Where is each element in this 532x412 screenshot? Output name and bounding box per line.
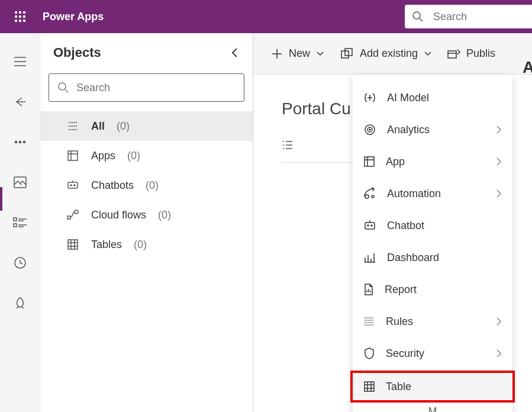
- rail-history[interactable]: [0, 251, 40, 275]
- dd-item-label: Dashboard: [387, 252, 439, 264]
- chatbot-icon: [66, 180, 79, 191]
- analytics-icon: [363, 123, 376, 136]
- new-button-label: New: [289, 47, 310, 60]
- dd-item-label: Analytics: [387, 124, 430, 136]
- dd-item-rules[interactable]: Rules: [353, 305, 512, 337]
- app-launcher-button[interactable]: [8, 11, 32, 22]
- svg-point-2: [19, 141, 21, 143]
- app-icon: [66, 150, 79, 161]
- rail-media[interactable]: [0, 170, 40, 194]
- dd-item-more[interactable]: M: [353, 404, 512, 412]
- rail-selection-indicator: [0, 187, 2, 211]
- dd-item-analytics[interactable]: Analytics: [353, 114, 512, 146]
- main-area: New Add existing Publis Portal Cu A: [253, 33, 532, 412]
- list-detail-icon: [282, 140, 294, 150]
- svg-point-14: [75, 210, 78, 214]
- dd-item-report[interactable]: Report: [353, 273, 512, 305]
- objects-search-input[interactable]: [76, 82, 236, 94]
- svg-point-8: [59, 83, 66, 90]
- dd-more-label: M: [428, 405, 437, 413]
- objects-item-count: (0): [146, 179, 159, 192]
- svg-point-21: [369, 129, 370, 130]
- dd-item-aimodel[interactable]: AI Model: [353, 82, 512, 114]
- rail-hamburger[interactable]: [0, 50, 40, 73]
- new-dropdown-menu: AI Model Analytics App Automation Chatbo…: [353, 75, 512, 412]
- objects-item-count: (0): [127, 150, 140, 162]
- dd-item-table[interactable]: Table: [350, 371, 515, 403]
- search-icon: [412, 11, 424, 22]
- svg-point-23: [365, 195, 369, 198]
- app-header: Power Apps: [0, 0, 532, 33]
- svg-point-24: [372, 195, 374, 198]
- svg-point-27: [371, 225, 372, 226]
- table-icon: [363, 381, 375, 392]
- all-icon: [66, 121, 79, 131]
- publish-label: Publis: [466, 47, 495, 60]
- search-icon: [57, 82, 69, 94]
- back-arrow-icon: [14, 96, 27, 107]
- objects-item-cloudflows[interactable]: Cloud flows (0): [40, 200, 253, 230]
- chevron-right-icon: [496, 157, 502, 166]
- svg-rect-25: [365, 223, 375, 229]
- dd-item-label: Automation: [387, 188, 441, 200]
- objects-item-all[interactable]: All (0): [40, 111, 253, 141]
- svg-rect-5: [14, 218, 17, 221]
- publish-icon: [447, 49, 460, 59]
- objects-item-count: (0): [117, 120, 130, 133]
- rail-list[interactable]: [0, 211, 40, 234]
- collapse-panel-button[interactable]: [230, 46, 240, 59]
- global-search[interactable]: [405, 5, 532, 28]
- list-detail-icon: [13, 217, 27, 228]
- objects-item-chatbots[interactable]: Chatbots (0): [40, 170, 253, 200]
- ai-icon: [363, 91, 376, 104]
- history-icon: [14, 256, 27, 269]
- app-title: Power Apps: [43, 11, 104, 23]
- body: Objects All (0) Apps (0) Chatbots (0): [0, 33, 532, 412]
- global-search-input[interactable]: [433, 11, 532, 23]
- rail-more[interactable]: [0, 130, 40, 154]
- rules-icon: [363, 316, 375, 327]
- objects-item-label: Cloud flows: [91, 209, 146, 221]
- automation-icon: [363, 187, 376, 200]
- dd-item-app[interactable]: App: [353, 146, 512, 178]
- dd-item-chatbot[interactable]: Chatbot: [353, 210, 512, 242]
- dd-item-label: Security: [386, 347, 424, 360]
- dd-item-automation[interactable]: Automation: [353, 178, 512, 210]
- rail-rocket[interactable]: [0, 291, 40, 315]
- dd-item-security[interactable]: Security: [353, 337, 512, 369]
- rail-back[interactable]: [0, 90, 40, 114]
- chevron-right-icon: [496, 349, 502, 358]
- svg-point-3: [23, 141, 25, 143]
- svg-rect-15: [68, 240, 78, 249]
- dd-item-label: App: [386, 156, 405, 168]
- security-icon: [363, 347, 375, 360]
- command-bar: New Add existing Publis: [253, 33, 532, 75]
- objects-item-tables[interactable]: Tables (0): [40, 230, 253, 259]
- chatbot-icon: [363, 220, 376, 231]
- objects-item-count: (0): [134, 239, 147, 251]
- objects-panel-title: Objects: [53, 45, 101, 60]
- left-iconrail: [0, 33, 40, 412]
- add-existing-button[interactable]: Add existing: [340, 47, 432, 60]
- add-existing-icon: [340, 48, 354, 60]
- dd-item-label: Rules: [386, 316, 413, 328]
- objects-item-label: Apps: [91, 150, 115, 162]
- new-button[interactable]: New: [271, 47, 324, 60]
- svg-point-12: [74, 185, 75, 186]
- objects-list: All (0) Apps (0) Chatbots (0) Cloud flow…: [40, 111, 253, 259]
- media-icon: [14, 176, 27, 188]
- svg-rect-10: [68, 182, 78, 188]
- svg-rect-9: [68, 151, 78, 160]
- objects-panel: Objects All (0) Apps (0) Chatbots (0): [40, 33, 253, 412]
- publish-button[interactable]: Publis: [447, 47, 495, 60]
- objects-item-label: All: [91, 120, 105, 133]
- waffle-icon: [15, 11, 25, 22]
- add-existing-label: Add existing: [360, 47, 418, 60]
- svg-rect-22: [365, 157, 374, 166]
- dashboard-icon: [363, 252, 376, 263]
- chevron-right-icon: [496, 317, 502, 326]
- objects-item-apps[interactable]: Apps (0): [40, 141, 253, 170]
- dd-item-dashboard[interactable]: Dashboard: [353, 242, 512, 273]
- objects-search[interactable]: [49, 73, 244, 102]
- svg-point-1: [15, 141, 17, 143]
